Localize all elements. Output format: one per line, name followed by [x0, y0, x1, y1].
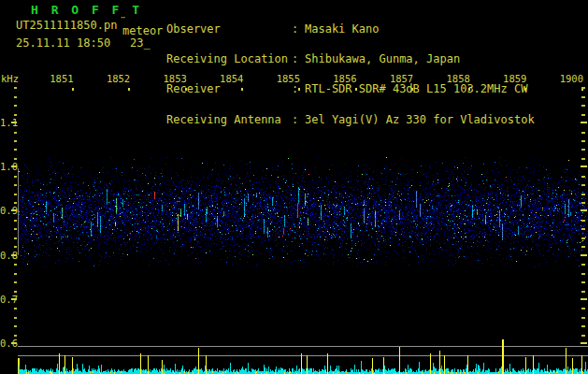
x-tick-label: 1855 — [273, 73, 300, 84]
y-tick-minor-right — [581, 281, 585, 283]
y-tick-minor-left — [14, 317, 17, 319]
y-tick-major-right — [581, 122, 587, 123]
y-tick-minor-right — [581, 140, 585, 142]
y-tick-minor-right — [581, 87, 585, 89]
x-tick — [241, 88, 243, 91]
y-tick-minor-right — [581, 176, 585, 178]
y-tick-minor-left — [14, 114, 17, 116]
y-tick-minor-left — [14, 281, 17, 283]
y-tick-major-left — [11, 209, 17, 211]
info-row-location: Receiving Location:Shibukawa, Gunma, Jap… — [166, 54, 535, 65]
x-tick — [411, 88, 413, 91]
y-tick-minor-right — [581, 308, 585, 309]
y-tick-minor-left — [14, 140, 17, 142]
output-filename: UT2511111850.pn — [16, 19, 117, 32]
y-tick-minor-left — [14, 194, 17, 195]
y-tick-major-left — [11, 342, 17, 344]
y-tick-minor-right — [581, 105, 585, 107]
y-tick-minor-left — [14, 87, 17, 89]
x-tick-label: 1853 — [160, 73, 187, 84]
y-tick-minor-right — [581, 158, 585, 160]
y-tick-minor-left — [14, 335, 17, 337]
x-tick — [468, 88, 470, 91]
y-tick-minor-right — [581, 202, 585, 204]
x-tick-label: 1857 — [386, 73, 413, 84]
y-tick-minor-right — [581, 220, 585, 222]
info-value: Masaki Kano — [305, 24, 379, 35]
y-tick-minor-right — [581, 228, 585, 230]
y-tick-major-left — [11, 165, 17, 167]
y-tick-minor-left — [14, 220, 17, 222]
info-separator: : — [292, 115, 301, 125]
y-tick-minor-left — [14, 228, 17, 230]
y-tick-minor-left — [14, 246, 17, 248]
y-tick-minor-right — [581, 246, 585, 248]
observatory-tag: meteor — [122, 24, 163, 37]
y-tick-major-right — [581, 254, 587, 256]
y-tick-minor-right — [581, 132, 585, 134]
y-tick-minor-right — [581, 291, 585, 293]
y-tick-minor-right — [581, 237, 585, 239]
info-row-receiver: Receiver:RTL-SDR SDR# 43dB L15 103.2MHz … — [166, 84, 535, 94]
info-label: Receiving Antenna — [166, 115, 292, 125]
x-tick-label: 1858 — [443, 73, 470, 84]
x-tick-label: 1852 — [103, 73, 130, 84]
x-tick — [72, 88, 74, 91]
x-tick-label: 1856 — [330, 73, 357, 84]
y-tick-minor-left — [14, 237, 17, 239]
y-tick-minor-right — [581, 335, 585, 337]
frame-counter: 23_ — [130, 36, 151, 50]
y-tick-minor-left — [14, 273, 17, 275]
y-tick-minor-right — [581, 114, 585, 116]
info-separator: : — [292, 24, 301, 35]
y-tick-minor-right — [581, 194, 585, 195]
y-tick-minor-left — [14, 105, 17, 107]
hrofft-screen: { "header": { "app_title": "H R O F F T"… — [0, 0, 588, 374]
spectrogram-canvas — [19, 157, 588, 267]
info-row-antenna: Receiving Antenna:3el Yagi(V) Az 330 for… — [166, 115, 535, 125]
y-tick-minor-left — [14, 202, 17, 204]
signal-level-canvas — [19, 335, 588, 374]
y-tick-major-left — [11, 254, 17, 256]
x-tick — [185, 88, 187, 91]
y-tick-minor-left — [14, 96, 17, 98]
y-tick-minor-right — [581, 184, 585, 186]
x-tick — [128, 88, 130, 91]
y-tick-minor-right — [581, 317, 585, 319]
y-tick-minor-right — [581, 325, 585, 327]
y-tick-minor-left — [14, 158, 17, 160]
info-value: RTL-SDR SDR# 43dB L15 103.2MHz CW — [305, 84, 527, 94]
y-tick-minor-left — [14, 291, 17, 293]
x-tick-label: 1900 — [556, 73, 583, 84]
y-tick-minor-right — [581, 149, 585, 151]
y-tick-minor-right — [581, 273, 585, 275]
y-tick-minor-left — [14, 132, 17, 134]
info-separator: : — [292, 54, 301, 65]
y-tick-major-right — [581, 298, 587, 300]
observation-datetime: 25.11.11 18:50 — [16, 36, 110, 50]
y-tick-major-right — [581, 209, 587, 211]
y-tick-major-right — [581, 342, 587, 344]
y-axis-unit-label: kHz — [1, 73, 19, 84]
y-tick-minor-left — [14, 325, 17, 327]
info-value: Shibukawa, Gunma, Japan — [305, 54, 460, 65]
x-tick — [524, 88, 526, 91]
x-tick — [355, 88, 357, 91]
info-row-observer: Observer:Masaki Kano — [166, 24, 535, 35]
y-tick-minor-left — [14, 176, 17, 178]
info-value: 3el Yagi(V) Az 330 for Vladivostok — [305, 115, 535, 125]
info-label: Observer — [166, 24, 292, 35]
y-tick-minor-right — [581, 264, 585, 266]
y-tick-minor-left — [14, 149, 17, 151]
y-tick-major-right — [581, 165, 587, 167]
x-tick — [298, 88, 300, 91]
info-label: Receiving Location — [166, 54, 292, 65]
x-tick-label: 1854 — [216, 73, 243, 84]
x-tick-label: 1859 — [499, 73, 526, 84]
x-tick-label: 1851 — [47, 73, 74, 84]
y-tick-minor-right — [581, 96, 585, 98]
station-info: Observer:Masaki Kano Receiving Location:… — [166, 4, 535, 135]
y-tick-major-left — [11, 298, 17, 300]
y-tick-minor-left — [14, 184, 17, 186]
y-tick-minor-left — [14, 308, 17, 309]
